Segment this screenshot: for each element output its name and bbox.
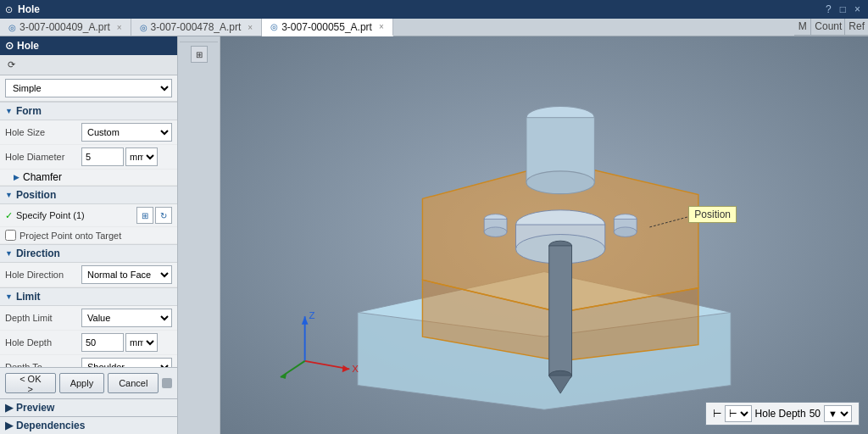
hole-direction-select[interactable]: Normal to Face [81,265,172,284]
project-point-checkbox[interactable] [5,230,16,241]
depth-select[interactable]: ⊢ [725,405,752,422]
svg-rect-18 [549,246,572,376]
svg-text:X: X [352,364,359,374]
ok-button[interactable]: < OK > [5,373,56,393]
panel-content: Simple ▼ Form Hole Size Custom [0,75,177,367]
panel-icon: ⊙ [5,40,14,52]
tab-file2[interactable]: ◎ 3-007-000478_A.prt × [131,19,263,36]
tab-label2: 3-007-000478_A.prt [151,21,242,33]
section-position-label: Position [16,189,56,201]
depth-icon: ⊢ [713,408,721,420]
tab-bar: ◎ 3-007-000409_A.prt × ◎ 3-007-000478_A.… [0,19,794,36]
depth-to-select[interactable]: Shoulder [81,358,172,367]
viewport-3d: Z X [220,36,868,434]
depth-label: Hole Depth [755,408,806,420]
tab-label1: 3-007-000409_A.prt [19,21,110,33]
tab-label3: 3-007-000055_A.prt [281,21,372,33]
hole-direction-control: Normal to Face [81,265,172,284]
viewport[interactable]: Z X Position ⊢ ⊢ [220,36,868,434]
specify-point-row: ✓ Specify Point (1) ⊞ ↻ [0,204,177,227]
direction-arrow-icon: ▼ [5,249,13,258]
toolbar-icon1[interactable]: ⟳ [3,58,19,72]
toolbar-strip: ⟳ [0,55,177,75]
hole-diameter-unit[interactable]: mm [125,147,158,166]
section-form-label: Form [16,105,42,117]
dependencies-section: ▶ Dependencies [0,416,177,434]
dependencies-section-header[interactable]: ▶ Dependencies [0,417,177,434]
section-form-header[interactable]: ▼ Form [0,102,177,120]
hole-size-select[interactable]: Custom [81,123,172,142]
file-icon3: ◎ [270,22,278,31]
chamfer-arrow-icon: ▶ [14,173,19,181]
left-panel: ⊙ Hole ⟳ Simple ▼ Form [0,36,178,434]
hole-depth-row: Hole Depth mm [0,331,177,355]
svg-point-13 [484,227,507,236]
depth-limit-select[interactable]: Value [81,309,172,327]
close-icon[interactable]: × [852,3,863,15]
cancel-button[interactable]: Cancel [108,373,159,393]
form-arrow-icon: ▼ [5,107,13,115]
hole-size-row: Hole Size Custom [0,120,177,145]
chamfer-label: Chamfer [23,171,62,183]
restore-icon[interactable]: □ [837,3,849,15]
hole-depth-label: Hole Depth [5,337,81,348]
preview-section-label: Preview [16,402,54,414]
project-point-row: Project Point onto Target [0,227,177,244]
svg-marker-22 [302,316,309,325]
svg-marker-25 [342,365,350,373]
panel-header: ⊙ Hole [0,36,177,55]
preview-section-arrow: ▶ [5,402,13,414]
hole-size-label: Hole Size [5,127,81,137]
limit-arrow-icon: ▼ [5,292,13,301]
tab-close2[interactable]: × [248,23,253,32]
action-buttons: < OK > Apply Cancel [0,367,177,398]
section-limit-header[interactable]: ▼ Limit [0,287,177,306]
tab-close1[interactable]: × [117,23,122,32]
section-direction-header[interactable]: ▼ Direction [0,244,177,263]
chamfer-row[interactable]: ▶ Chamfer [0,170,177,186]
tab-file3[interactable]: ◎ 3-007-000055_A.prt × [262,19,393,36]
file-icon1: ◎ [8,23,16,32]
specify-point-label: Specify Point (1) [16,210,133,220]
section-limit-label: Limit [16,291,41,303]
specify-icon2[interactable]: ↻ [155,207,172,224]
depth-limit-control: Value [81,309,172,327]
title-bar-controls: ? □ × [823,3,863,15]
depth-limit-label: Depth Limit [5,313,81,323]
col-count: Count [811,19,845,35]
position-arrow-icon: ▼ [5,191,13,199]
depth-value: 50 [810,408,821,420]
specify-icon1[interactable]: ⊞ [136,207,153,224]
dependencies-label: Dependencies [16,420,85,431]
hole-diameter-control: mm [81,147,172,166]
depth-to-row: Depth To Shoulder [0,355,177,367]
svg-text:Z: Z [309,310,314,320]
section-position-header[interactable]: ▼ Position [0,186,177,204]
project-point-label: Project Point onto Target [19,231,121,241]
col-m: M [794,19,811,35]
tab-close3[interactable]: × [379,22,384,31]
tab-file1[interactable]: ◎ 3-007-000409_A.prt × [0,19,131,36]
apply-button[interactable]: Apply [59,373,105,393]
hole-diameter-label: Hole Diameter [5,152,81,162]
scroll-indicator [162,378,172,388]
preview-section-header[interactable]: ▶ Preview [0,399,177,416]
mid-icon1[interactable]: ⊞ [191,46,208,63]
svg-point-16 [614,227,637,236]
hole-type-select[interactable]: Simple [5,79,172,97]
col-ref: Ref [845,19,868,35]
panel-title: Hole [17,40,39,52]
hole-diameter-input[interactable] [81,147,124,166]
depth-unit-select[interactable]: ▼ [824,405,852,422]
hole-type-row: Simple [0,75,177,102]
depth-indicator: ⊢ ⊢ Hole Depth 50 ▼ [705,402,860,426]
column-headers: M Count Ref [794,19,868,36]
specify-icons: ⊞ ↻ [136,207,172,224]
svg-point-7 [526,171,594,194]
hole-icon: ⊙ [5,4,13,15]
depth-to-control: Shoulder [81,358,172,367]
section-direction-label: Direction [16,248,60,259]
hole-depth-input[interactable] [81,333,124,352]
hole-depth-unit[interactable]: mm [125,333,158,352]
help-icon[interactable]: ? [823,3,834,15]
